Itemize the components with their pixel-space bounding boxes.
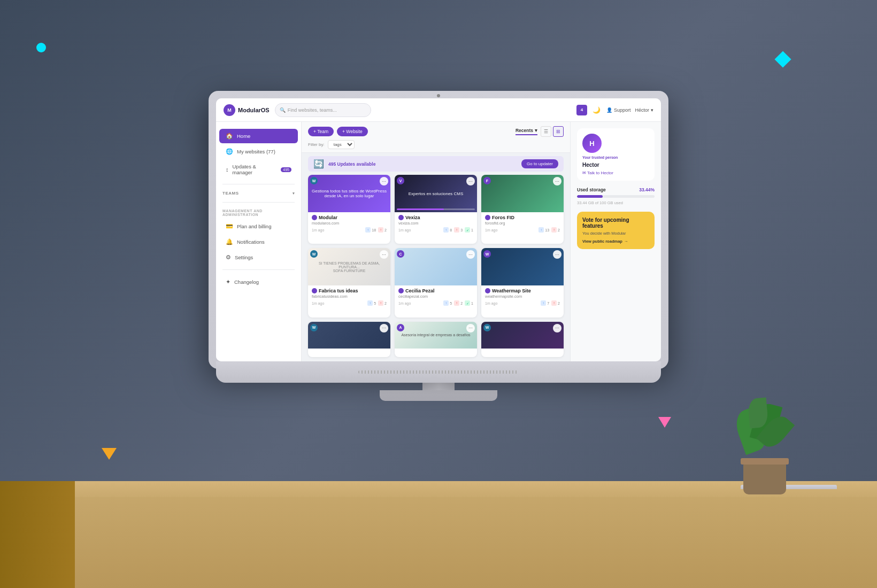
topbar-actions: 4 🌙 👤 Support Héctor ▾ xyxy=(576,105,653,115)
card-platform-badge: W xyxy=(310,324,318,331)
card-count: ! 2 xyxy=(454,300,463,306)
recents-arrow-icon: ▾ xyxy=(535,128,537,133)
billing-icon: 💳 xyxy=(226,223,233,230)
main-content: + Team + Website Recents ▾ ☰ xyxy=(302,122,570,361)
ok-count-icon: ✓ xyxy=(465,300,470,306)
cyan-diamond-decoration xyxy=(774,51,791,67)
site-favicon xyxy=(485,288,490,293)
add-website-button[interactable]: + Website xyxy=(337,127,368,136)
card-time: 1m ago xyxy=(312,301,324,305)
error-count-icon: ! xyxy=(551,300,557,306)
user-label: Héctor xyxy=(635,107,649,113)
update-count-icon: ↑ xyxy=(538,227,544,233)
website-card[interactable]: Gestiona todos tus sitios de WordPress d… xyxy=(308,175,390,244)
card-site-url: forosfid.org xyxy=(485,221,560,226)
card-thumbnail: W ⋯ xyxy=(481,322,564,349)
add-team-button[interactable]: + Team xyxy=(308,127,334,136)
sidebar-item-changelog[interactable]: ✦ Changelog xyxy=(219,275,298,289)
card-counts: ↑ 7 ! 2 xyxy=(541,300,560,306)
card-info: Weathermap Site weathermapsite.com 1m ag… xyxy=(481,285,564,308)
sidebar-item-settings[interactable]: ⚙ Settings xyxy=(219,250,298,265)
site-favicon xyxy=(398,215,404,220)
teams-expand-icon[interactable]: ▾ xyxy=(293,191,295,196)
card-more-button[interactable]: ⋯ xyxy=(380,324,388,332)
monitor-screen: M ModularOS 🔍 Find websites, teams... 4 xyxy=(216,98,661,361)
talk-to-advisor-button[interactable]: ✉ Talk to Hector xyxy=(582,171,649,175)
card-platform-badge: W xyxy=(310,250,318,258)
management-section-label: MANAGEMENT AND ADMINISTRATION xyxy=(216,207,301,219)
app-logo: M ModularOS xyxy=(224,104,270,116)
vote-roadmap-link[interactable]: View public roadmap → xyxy=(582,239,649,244)
website-card[interactable]: F ⋯ Foros FID forosfid.org xyxy=(481,175,564,244)
website-card[interactable]: W ⋯ xyxy=(308,322,390,357)
card-more-button[interactable]: ⋯ xyxy=(466,250,475,259)
sidebar-item-notifications[interactable]: 🔔 Notifications xyxy=(219,235,298,249)
go-to-updater-button[interactable]: Go to updater xyxy=(521,159,558,168)
sidebar-divider-3 xyxy=(222,269,295,270)
right-panel: H Your trusted person Hector ✉ Talk to H… xyxy=(570,122,661,361)
recents-label: Recents xyxy=(516,128,533,133)
sidebar-item-plan-billing[interactable]: 💳 Plan and billing xyxy=(219,219,298,234)
card-count: ! 2 xyxy=(378,227,387,233)
settings-icon: ⚙ xyxy=(226,254,231,261)
grid-view-button[interactable]: ⊞ xyxy=(553,126,564,137)
site-favicon xyxy=(312,215,317,220)
card-site-url: vexiza.com xyxy=(398,221,473,226)
card-more-button[interactable]: ⋯ xyxy=(553,250,561,259)
card-more-button[interactable]: ⋯ xyxy=(466,324,475,332)
card-more-button[interactable]: ⋯ xyxy=(553,177,561,185)
search-bar[interactable]: 🔍 Find websites, teams... xyxy=(275,103,371,117)
vote-title: Vote for upcoming features xyxy=(582,217,649,229)
website-card[interactable]: C ⋯ Cecilia Pezal ceciliapezal.com xyxy=(395,248,477,317)
search-icon: 🔍 xyxy=(280,107,286,113)
error-count-value: 2 xyxy=(384,228,387,232)
websites-icon: 🌐 xyxy=(226,148,233,155)
notifications-count: 4 xyxy=(581,107,583,112)
list-view-icon: ☰ xyxy=(544,129,548,134)
card-platform-badge: W xyxy=(310,177,318,184)
ok-count-value: 1 xyxy=(471,301,473,305)
update-count-value: 18 xyxy=(372,228,376,232)
search-placeholder: Find websites, teams... xyxy=(288,107,337,113)
sidebar-item-my-websites[interactable]: 🌐 My websites (77) xyxy=(219,144,298,159)
sidebar-item-home[interactable]: 🏠 Home xyxy=(219,129,298,143)
card-meta-row: 1m ago ↑ 18 ! xyxy=(312,227,387,233)
card-thumbnail: Gestiona todos tus sitios de WordPress d… xyxy=(308,175,390,212)
card-time: 1m ago xyxy=(485,301,497,305)
list-view-button[interactable]: ☰ xyxy=(541,126,551,137)
website-card[interactable]: W ⋯ xyxy=(481,322,564,357)
card-time: 1m ago xyxy=(485,228,497,232)
card-counts: ↑ 18 ! 2 xyxy=(365,227,387,233)
card-info: Foros FID forosfid.org 1m ago ↑ xyxy=(481,212,564,235)
website-card[interactable]: Expertos en soluciones CMS V ⋯ xyxy=(395,175,477,244)
update-count-icon: ↑ xyxy=(367,300,373,306)
card-more-button[interactable]: ⋯ xyxy=(553,324,561,332)
sidebar-item-updates[interactable]: ↕ Updates & manager 495 xyxy=(219,160,298,179)
card-counts: ↑ 5 ! 2 ✓ xyxy=(443,300,473,306)
updates-bar: 🔄 495 Updates available Go to updater xyxy=(308,156,564,172)
vote-desc: You decide with Modular xyxy=(582,231,649,236)
card-more-button[interactable]: ⋯ xyxy=(380,177,388,185)
dark-mode-button[interactable]: 🌙 xyxy=(591,105,602,115)
teams-label: TEAMS xyxy=(222,191,239,196)
user-menu-button[interactable]: Héctor ▾ xyxy=(635,107,653,113)
recents-filter-button[interactable]: Recents ▾ xyxy=(516,128,537,135)
filter-select[interactable]: tags xyxy=(328,140,355,149)
card-thumbnail: W ⋯ SI TIENES PROBLEMAS DE ASMA, PUNTURA… xyxy=(308,248,390,285)
storage-detail: 33.44 GB of 100 GB used xyxy=(577,200,655,205)
vote-link-label: View public roadmap xyxy=(582,239,622,244)
monitor: M ModularOS 🔍 Find websites, teams... 4 xyxy=(209,91,668,401)
ok-count-icon: ✓ xyxy=(465,227,470,233)
website-card[interactable]: A ⋯ Asesoría integral de empresas a desa… xyxy=(395,322,477,357)
storage-bar xyxy=(577,195,655,198)
sidebar-divider-1 xyxy=(222,184,295,184)
card-site-url: weathermapsite.com xyxy=(485,294,560,299)
support-button[interactable]: 👤 Support xyxy=(606,107,631,113)
ok-count-value: 1 xyxy=(471,228,473,232)
card-more-button[interactable]: ⋯ xyxy=(380,250,388,259)
notifications-icon[interactable]: 4 xyxy=(576,105,587,115)
website-card[interactable]: W ⋯ SI TIENES PROBLEMAS DE ASMA, PUNTURA… xyxy=(308,248,390,317)
website-card[interactable]: W ⋯ Weathermap Site weathermapsite.com xyxy=(481,248,564,317)
card-more-button[interactable]: ⋯ xyxy=(466,177,475,185)
vote-card: Vote for upcoming features You decide wi… xyxy=(577,212,655,249)
